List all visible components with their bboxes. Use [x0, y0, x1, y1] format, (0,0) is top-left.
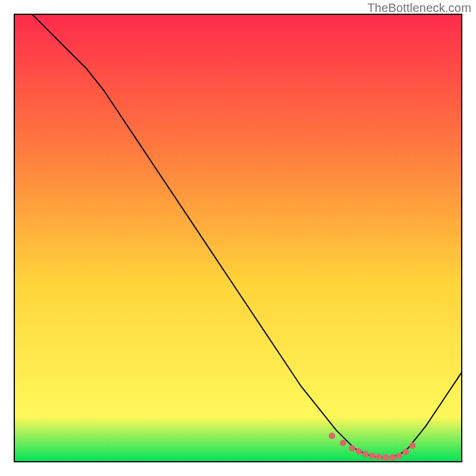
optimal-marker	[403, 449, 409, 455]
optimal-marker	[383, 454, 389, 461]
optimal-marker	[389, 454, 396, 461]
optimal-marker	[340, 440, 346, 446]
optimal-marker	[349, 445, 355, 452]
optimal-marker	[375, 453, 382, 460]
optimal-marker	[362, 451, 369, 458]
optimal-marker	[356, 448, 362, 455]
watermark-text: TheBottleneck.com	[367, 1, 471, 15]
optimal-marker	[396, 453, 402, 459]
optimal-marker	[409, 442, 416, 449]
optimal-marker	[328, 433, 335, 439]
gradient-background	[14, 14, 462, 462]
chart-container: TheBottleneck.com	[0, 0, 476, 476]
bottleneck-chart	[0, 0, 476, 476]
optimal-marker	[369, 453, 375, 459]
